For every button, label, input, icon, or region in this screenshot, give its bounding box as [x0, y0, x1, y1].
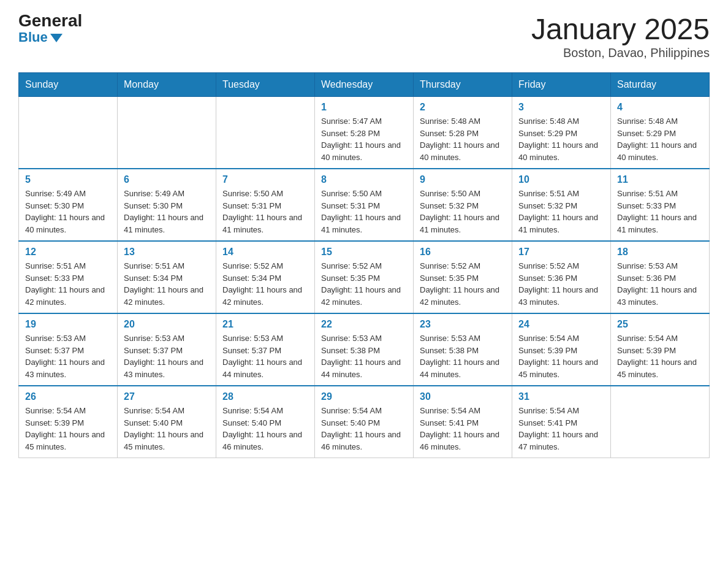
day-number: 31 — [518, 391, 604, 402]
calendar-cell: 12Sunrise: 5:51 AM Sunset: 5:33 PM Dayli… — [19, 241, 118, 313]
day-info: Sunrise: 5:48 AM Sunset: 5:29 PM Dayligh… — [518, 115, 604, 163]
day-number: 15 — [321, 247, 407, 258]
day-info: Sunrise: 5:53 AM Sunset: 5:38 PM Dayligh… — [321, 332, 407, 380]
weekday-header-saturday: Saturday — [611, 73, 710, 97]
day-number: 30 — [420, 391, 506, 402]
day-info: Sunrise: 5:54 AM Sunset: 5:40 PM Dayligh… — [222, 405, 308, 453]
weekday-header-sunday: Sunday — [19, 73, 118, 97]
day-info: Sunrise: 5:51 AM Sunset: 5:33 PM Dayligh… — [25, 260, 111, 308]
logo-triangle-icon — [50, 34, 63, 42]
day-info: Sunrise: 5:53 AM Sunset: 5:37 PM Dayligh… — [124, 332, 210, 380]
calendar-cell — [611, 386, 710, 458]
calendar-cell: 29Sunrise: 5:54 AM Sunset: 5:40 PM Dayli… — [315, 386, 414, 458]
day-number: 6 — [124, 174, 210, 185]
day-info: Sunrise: 5:54 AM Sunset: 5:41 PM Dayligh… — [420, 405, 506, 453]
day-info: Sunrise: 5:54 AM Sunset: 5:39 PM Dayligh… — [518, 332, 604, 380]
day-number: 28 — [222, 391, 308, 402]
day-number: 7 — [222, 174, 308, 185]
day-info: Sunrise: 5:53 AM Sunset: 5:38 PM Dayligh… — [420, 332, 506, 380]
calendar-cell: 15Sunrise: 5:52 AM Sunset: 5:35 PM Dayli… — [315, 241, 414, 313]
calendar-cell: 25Sunrise: 5:54 AM Sunset: 5:39 PM Dayli… — [611, 313, 710, 386]
calendar-cell: 31Sunrise: 5:54 AM Sunset: 5:41 PM Dayli… — [512, 386, 611, 458]
title-section: January 2025 Boston, Davao, Philippines — [531, 12, 710, 60]
weekday-header-row: SundayMondayTuesdayWednesdayThursdayFrid… — [19, 73, 710, 97]
calendar-cell: 26Sunrise: 5:54 AM Sunset: 5:39 PM Dayli… — [19, 386, 118, 458]
day-info: Sunrise: 5:49 AM Sunset: 5:30 PM Dayligh… — [124, 188, 210, 236]
calendar-cell: 2Sunrise: 5:48 AM Sunset: 5:28 PM Daylig… — [414, 97, 512, 169]
logo-general-text: General — [18, 12, 82, 29]
calendar-cell: 13Sunrise: 5:51 AM Sunset: 5:34 PM Dayli… — [118, 241, 216, 313]
calendar-cell: 28Sunrise: 5:54 AM Sunset: 5:40 PM Dayli… — [216, 386, 315, 458]
day-info: Sunrise: 5:51 AM Sunset: 5:32 PM Dayligh… — [518, 188, 604, 236]
calendar-cell: 6Sunrise: 5:49 AM Sunset: 5:30 PM Daylig… — [118, 169, 216, 241]
day-info: Sunrise: 5:50 AM Sunset: 5:31 PM Dayligh… — [222, 188, 308, 236]
calendar-cell: 27Sunrise: 5:54 AM Sunset: 5:40 PM Dayli… — [118, 386, 216, 458]
weekday-header-friday: Friday — [512, 73, 611, 97]
calendar-cell: 18Sunrise: 5:53 AM Sunset: 5:36 PM Dayli… — [611, 241, 710, 313]
day-number: 22 — [321, 319, 407, 330]
calendar-cell: 23Sunrise: 5:53 AM Sunset: 5:38 PM Dayli… — [414, 313, 512, 386]
day-number: 9 — [420, 174, 506, 185]
weekday-header-tuesday: Tuesday — [216, 73, 315, 97]
day-info: Sunrise: 5:54 AM Sunset: 5:39 PM Dayligh… — [617, 332, 703, 380]
calendar-cell: 10Sunrise: 5:51 AM Sunset: 5:32 PM Dayli… — [512, 169, 611, 241]
day-number: 8 — [321, 174, 407, 185]
calendar-cell: 5Sunrise: 5:49 AM Sunset: 5:30 PM Daylig… — [19, 169, 118, 241]
day-number: 2 — [420, 102, 506, 113]
week-row-3: 12Sunrise: 5:51 AM Sunset: 5:33 PM Dayli… — [19, 241, 710, 313]
day-number: 10 — [518, 174, 604, 185]
calendar-cell: 19Sunrise: 5:53 AM Sunset: 5:37 PM Dayli… — [19, 313, 118, 386]
day-info: Sunrise: 5:54 AM Sunset: 5:39 PM Dayligh… — [25, 405, 111, 453]
day-number: 16 — [420, 247, 506, 258]
day-number: 3 — [518, 102, 604, 113]
day-info: Sunrise: 5:50 AM Sunset: 5:32 PM Dayligh… — [420, 188, 506, 236]
calendar-cell: 4Sunrise: 5:48 AM Sunset: 5:29 PM Daylig… — [611, 97, 710, 169]
week-row-2: 5Sunrise: 5:49 AM Sunset: 5:30 PM Daylig… — [19, 169, 710, 241]
weekday-header-monday: Monday — [118, 73, 216, 97]
calendar-cell — [118, 97, 216, 169]
day-number: 24 — [518, 319, 604, 330]
calendar-cell: 3Sunrise: 5:48 AM Sunset: 5:29 PM Daylig… — [512, 97, 611, 169]
day-info: Sunrise: 5:53 AM Sunset: 5:36 PM Dayligh… — [617, 260, 703, 308]
day-number: 23 — [420, 319, 506, 330]
page-header: General Blue January 2025 Boston, Davao,… — [18, 12, 710, 60]
calendar-cell — [19, 97, 118, 169]
day-number: 12 — [25, 247, 111, 258]
day-number: 11 — [617, 174, 703, 185]
day-number: 29 — [321, 391, 407, 402]
day-info: Sunrise: 5:48 AM Sunset: 5:28 PM Dayligh… — [420, 115, 506, 163]
day-number: 17 — [518, 247, 604, 258]
day-info: Sunrise: 5:52 AM Sunset: 5:34 PM Dayligh… — [222, 260, 308, 308]
calendar-cell — [216, 97, 315, 169]
day-info: Sunrise: 5:50 AM Sunset: 5:31 PM Dayligh… — [321, 188, 407, 236]
day-number: 20 — [124, 319, 210, 330]
logo-blue-text: Blue — [18, 29, 63, 45]
day-number: 18 — [617, 247, 703, 258]
calendar-cell: 22Sunrise: 5:53 AM Sunset: 5:38 PM Dayli… — [315, 313, 414, 386]
weekday-header-wednesday: Wednesday — [315, 73, 414, 97]
calendar-cell: 11Sunrise: 5:51 AM Sunset: 5:33 PM Dayli… — [611, 169, 710, 241]
day-number: 19 — [25, 319, 111, 330]
day-info: Sunrise: 5:54 AM Sunset: 5:40 PM Dayligh… — [321, 405, 407, 453]
day-number: 27 — [124, 391, 210, 402]
location-text: Boston, Davao, Philippines — [531, 46, 710, 60]
day-number: 21 — [222, 319, 308, 330]
day-number: 14 — [222, 247, 308, 258]
month-title: January 2025 — [531, 12, 710, 46]
day-number: 1 — [321, 102, 407, 113]
week-row-5: 26Sunrise: 5:54 AM Sunset: 5:39 PM Dayli… — [19, 386, 710, 458]
day-info: Sunrise: 5:53 AM Sunset: 5:37 PM Dayligh… — [222, 332, 308, 380]
day-number: 13 — [124, 247, 210, 258]
weekday-header-thursday: Thursday — [414, 73, 512, 97]
logo: General Blue — [18, 12, 82, 45]
calendar-cell: 20Sunrise: 5:53 AM Sunset: 5:37 PM Dayli… — [118, 313, 216, 386]
day-info: Sunrise: 5:54 AM Sunset: 5:41 PM Dayligh… — [518, 405, 604, 453]
day-number: 26 — [25, 391, 111, 402]
calendar-cell: 9Sunrise: 5:50 AM Sunset: 5:32 PM Daylig… — [414, 169, 512, 241]
day-info: Sunrise: 5:51 AM Sunset: 5:33 PM Dayligh… — [617, 188, 703, 236]
calendar-cell: 1Sunrise: 5:47 AM Sunset: 5:28 PM Daylig… — [315, 97, 414, 169]
calendar-cell: 14Sunrise: 5:52 AM Sunset: 5:34 PM Dayli… — [216, 241, 315, 313]
calendar-cell: 30Sunrise: 5:54 AM Sunset: 5:41 PM Dayli… — [414, 386, 512, 458]
week-row-4: 19Sunrise: 5:53 AM Sunset: 5:37 PM Dayli… — [19, 313, 710, 386]
day-info: Sunrise: 5:47 AM Sunset: 5:28 PM Dayligh… — [321, 115, 407, 163]
